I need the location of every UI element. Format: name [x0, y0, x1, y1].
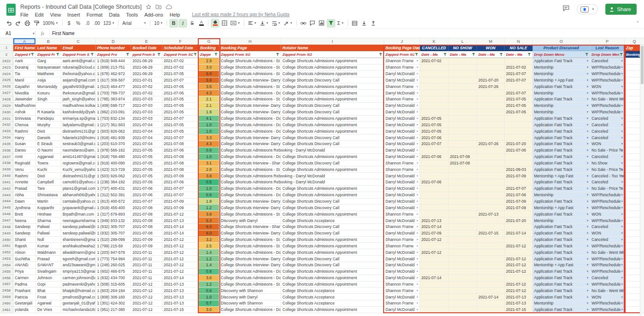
cell-M[interactable]: [477, 122, 505, 128]
cell-A[interactable]: Annette: [13, 179, 36, 186]
cell-I[interactable]: College Shortcuts Discovery Call: [281, 103, 384, 109]
cell-B[interactable]: Kuchi: [36, 166, 61, 173]
cell-C[interactable]: abharushi06@yaho: [61, 192, 96, 199]
cell-K[interactable]: [420, 269, 448, 275]
row-header[interactable]: 2430: [0, 109, 13, 116]
cell-G[interactable]: 2.1: [199, 103, 219, 109]
cell-D[interactable]: 1 (203) 947-578: [96, 249, 131, 256]
row-header[interactable]: 2450: [0, 237, 13, 243]
row-header[interactable]: 2452: [0, 249, 13, 256]
cell-J[interactable]: Darryl McDonald▼: [384, 135, 420, 141]
cell-L[interactable]: [448, 103, 477, 109]
cell-B[interactable]: E Straub: [36, 141, 61, 147]
cell-H[interactable]: College Shortcuts Admissions - Do: [219, 249, 281, 256]
cell-H[interactable]: College Shortcuts Interview - Shar: [219, 160, 281, 167]
dropdown-arrow-icon[interactable]: ▼: [621, 245, 623, 247]
cell-A[interactable]: Srinivasa: [13, 116, 36, 122]
dropdown-arrow-icon[interactable]: ▼: [416, 181, 419, 183]
cell-E[interactable]: 2021-07-02: [131, 90, 162, 96]
cell-N[interactable]: 2021-07-13: [505, 300, 533, 307]
cell-K[interactable]: [420, 205, 448, 211]
filter-label-K[interactable]: Date - Ma: [420, 51, 448, 58]
cell-J[interactable]: Darryl McDonald▼: [384, 262, 420, 269]
cell-L[interactable]: [448, 243, 477, 249]
cell-G[interactable]: 1.0: [199, 186, 219, 192]
row-groups-icon[interactable]: [351, 19, 359, 28]
cell-H[interactable]: College Shortcuts Admissions - St: [219, 166, 281, 173]
cell-C[interactable]: asijam@gmail.com: [61, 77, 96, 84]
dropdown-arrow-icon[interactable]: ▼: [416, 296, 419, 298]
cell-N[interactable]: [505, 237, 533, 243]
cell-G[interactable]: 0.9: [199, 287, 219, 294]
cell-E[interactable]: 2021-07-12: [131, 300, 162, 307]
column-title-D[interactable]: Phone Number: [96, 45, 131, 51]
cell-A[interactable]: Jaswinder: [13, 96, 36, 103]
dropdown-arrow-icon[interactable]: ▼: [586, 289, 589, 292]
dropdown-arrow-icon[interactable]: ▼: [416, 232, 419, 234]
cell-I[interactable]: College Shortcuts Admissions Appointment: [281, 58, 384, 64]
cell-H[interactable]: College Shortcuts Admissions - Do: [219, 116, 281, 122]
cell-K[interactable]: 2021-07-14: [420, 275, 448, 281]
dropdown-arrow-icon[interactable]: ▼: [621, 142, 623, 145]
cell-G[interactable]: 3.3: [199, 135, 219, 141]
cell-I[interactable]: College Shortcuts Admissions Appointment: [281, 122, 384, 128]
cloud-saved-icon[interactable]: [166, 5, 172, 9]
cell-G[interactable]: 1.9: [199, 109, 219, 116]
dropdown-arrow-icon[interactable]: ▼: [586, 270, 589, 273]
dropdown-arrow-icon[interactable]: ▼: [621, 123, 623, 126]
cell-I[interactable]: College Shortcuts Discovery Call: [281, 205, 384, 211]
cell-K[interactable]: 2021-07-06: [420, 135, 448, 141]
cell-O[interactable]: Application Fast Track▼: [533, 83, 590, 90]
cell-L[interactable]: [448, 281, 477, 288]
cell-E[interactable]: 2021-07-11: [131, 269, 162, 275]
cell-B[interactable]: Waldmann: [36, 249, 61, 256]
cell-K[interactable]: 2021-07-07: [420, 141, 448, 147]
cell-L[interactable]: [448, 90, 477, 96]
dropdown-arrow-icon[interactable]: ▼: [586, 308, 589, 311]
cell-N[interactable]: 2021-07-09: [505, 199, 533, 205]
cell-I[interactable]: College Shortcuts Admissions Appointment: [281, 154, 384, 160]
dropdown-arrow-icon[interactable]: ▼: [586, 296, 589, 298]
cell-F[interactable]: 2021-07-07: [162, 135, 199, 141]
cell-N[interactable]: 2021-07-07: [505, 186, 533, 192]
row-header[interactable]: 2461: [0, 307, 13, 313]
funnel-icon[interactable]: [91, 53, 94, 56]
cell-C[interactable]: Kuchi_venu@yaho: [61, 166, 96, 173]
dropdown-arrow-icon[interactable]: ▼: [586, 263, 589, 266]
cell-E[interactable]: 2021-07-12: [131, 287, 162, 294]
cell-J[interactable]: Darryl McDonald▼: [384, 192, 420, 199]
cell-D[interactable]: 1 (312) 502-391: [96, 192, 131, 199]
cell-F[interactable]: 2021-07-05: [162, 103, 199, 109]
row-header[interactable]: 2422: [0, 58, 13, 64]
cell-N[interactable]: 2021-07-09: [505, 205, 533, 211]
cell-M[interactable]: [477, 160, 505, 167]
cell-D[interactable]: 1 (919) 949-444: [96, 58, 131, 64]
cell-M[interactable]: [477, 116, 505, 122]
cell-L[interactable]: [448, 237, 477, 243]
dropdown-arrow-icon[interactable]: ▼: [586, 225, 589, 228]
row-header[interactable]: 2425: [0, 77, 13, 84]
dropdown-arrow-icon[interactable]: ▼: [621, 136, 623, 139]
dropdown-arrow-icon[interactable]: ▼: [621, 92, 623, 94]
cell-D[interactable]: 1 (203) 610-370: [96, 141, 131, 147]
cell-M[interactable]: [477, 243, 505, 249]
cell-P[interactable]: WON▼: [590, 141, 625, 147]
dropdown-arrow-icon[interactable]: ▼: [621, 193, 623, 196]
cell-C[interactable]: ladyalamu@gmail.c: [61, 122, 96, 128]
cell-J[interactable]: Shannon Frame▼: [384, 243, 420, 249]
cell-A[interactable]: Padma: [13, 281, 36, 288]
cell-K[interactable]: 2021-07-12: [420, 249, 448, 256]
cell-F[interactable]: 2021-07-05: [162, 96, 199, 103]
cell-B[interactable]: Hirshaw: [36, 211, 61, 217]
cell-A[interactable]: Madhushree: [13, 103, 36, 109]
dropdown-arrow-icon[interactable]: ▼: [586, 111, 589, 113]
cell-J[interactable]: Darryl McDonald▼: [384, 71, 420, 77]
cell-J[interactable]: Darryl McDonald▼: [384, 147, 420, 154]
cell-J[interactable]: Darryl McDonald▼: [384, 249, 420, 256]
cell-P[interactable]: WIP/Reschedule▼: [590, 71, 625, 77]
cell-O[interactable]: Application Fast Track▼: [533, 116, 590, 122]
cell-E[interactable]: 2021-07-02: [131, 83, 162, 90]
filter-label-A[interactable]: Zapped Fr: [13, 51, 36, 58]
cell-H[interactable]: College Shortcuts Interview- Darry: [219, 262, 281, 269]
cell-E[interactable]: 2021-07-08: [131, 217, 162, 224]
